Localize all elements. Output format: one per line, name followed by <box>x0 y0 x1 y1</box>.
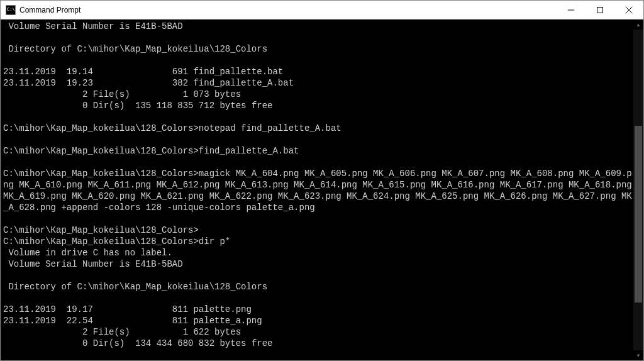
close-icon <box>626 7 632 13</box>
minimize-button[interactable] <box>557 1 586 19</box>
command-prompt-window: Command Prompt Volume Serial Number is E… <box>0 0 644 361</box>
titlebar[interactable]: Command Prompt <box>1 1 643 19</box>
scroll-down-button[interactable]: ▼ <box>633 350 643 360</box>
maximize-icon <box>597 7 603 13</box>
scroll-track[interactable] <box>633 30 643 350</box>
svg-rect-1 <box>597 7 603 13</box>
terminal-output[interactable]: Volume Serial Number is E41B-5BAD Direct… <box>1 19 633 360</box>
maximize-button[interactable] <box>586 1 614 19</box>
terminal-area: Volume Serial Number is E41B-5BAD Direct… <box>1 19 643 360</box>
scrollbar[interactable]: ▲ ▼ <box>633 19 643 360</box>
scroll-up-button[interactable]: ▲ <box>633 19 643 30</box>
window-title: Command Prompt <box>19 6 557 14</box>
window-controls <box>557 1 643 19</box>
cmd-icon <box>6 5 16 15</box>
minimize-icon <box>568 7 574 13</box>
close-button[interactable] <box>614 1 643 19</box>
scroll-thumb[interactable] <box>635 126 642 303</box>
